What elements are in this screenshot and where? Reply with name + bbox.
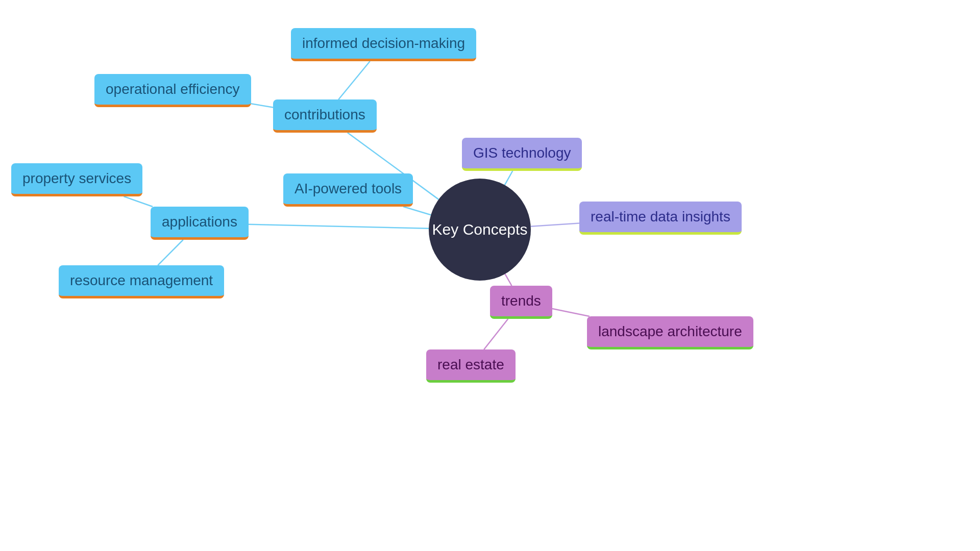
svg-line-9 <box>505 274 511 286</box>
node-label: applications <box>162 214 237 230</box>
svg-line-6 <box>158 240 183 265</box>
svg-line-7 <box>505 171 513 185</box>
node-applications[interactable]: applications <box>151 207 249 240</box>
node-label: AI-powered tools <box>295 181 402 197</box>
node-label: resource management <box>70 272 213 289</box>
node-label: informed decision-making <box>302 35 465 52</box>
svg-line-8 <box>531 223 579 227</box>
node-label: GIS technology <box>473 145 571 161</box>
node-landscape-architecture[interactable]: landscape architecture <box>587 316 753 349</box>
node-gis-technology[interactable]: GIS technology <box>462 138 582 171</box>
svg-line-5 <box>124 196 153 207</box>
node-operational-efficiency[interactable]: operational efficiency <box>94 74 251 107</box>
node-resource-management[interactable]: resource management <box>59 265 224 298</box>
node-property-services[interactable]: property services <box>11 163 142 196</box>
svg-line-4 <box>251 104 273 107</box>
svg-line-1 <box>403 207 431 215</box>
node-informed-decision-making[interactable]: informed decision-making <box>291 28 476 61</box>
node-label: trends <box>501 293 541 309</box>
node-label: real estate <box>437 357 504 373</box>
node-ai-powered-tools[interactable]: AI-powered tools <box>283 173 413 207</box>
node-label: property services <box>22 170 131 187</box>
center-label: Key Concepts <box>432 221 528 238</box>
node-trends[interactable]: trends <box>490 286 552 319</box>
node-label: landscape architecture <box>598 323 742 340</box>
svg-line-2 <box>249 224 429 229</box>
node-contributions[interactable]: contributions <box>273 99 377 133</box>
node-real-time-data-insights[interactable]: real-time data insights <box>579 202 742 235</box>
center-node: Key Concepts <box>429 179 531 281</box>
node-label: real-time data insights <box>591 209 730 225</box>
svg-line-3 <box>338 61 370 99</box>
node-label: operational efficiency <box>106 81 240 97</box>
svg-line-11 <box>484 319 508 349</box>
node-real-estate[interactable]: real estate <box>426 349 516 383</box>
svg-line-10 <box>552 309 590 316</box>
node-label: contributions <box>284 107 365 123</box>
